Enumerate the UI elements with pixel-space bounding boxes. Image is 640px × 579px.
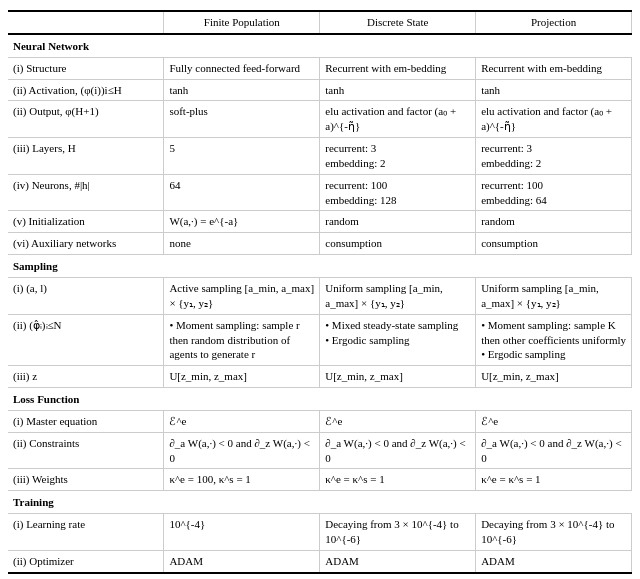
cell-discrete-state: ∂_a W(a,·) < 0 and ∂_z W(a,·) < 0 bbox=[320, 432, 476, 469]
cell-projection: recurrent: 3embedding: 2 bbox=[476, 138, 632, 175]
cell-discrete-state: Uniform sampling [a_min, a_max] × {y₁, y… bbox=[320, 277, 476, 314]
cell-finite-population: W(a,·) = e^{-a} bbox=[164, 211, 320, 233]
cell-projection: tanh bbox=[476, 79, 632, 101]
cell-finite-population: Active sampling [a_min, a_max] × {y₁, y₂… bbox=[164, 277, 320, 314]
row-label: (ii) Activation, (φ(i))i≤H bbox=[8, 79, 164, 101]
cell-discrete-state: κ^e = κ^s = 1 bbox=[320, 469, 476, 491]
row-label: (iii) Layers, H bbox=[8, 138, 164, 175]
cell-discrete-state: Decaying from 3 × 10^{-4} to 10^{-6} bbox=[320, 514, 476, 551]
cell-finite-population: tanh bbox=[164, 79, 320, 101]
row-label: (i) Learning rate bbox=[8, 514, 164, 551]
cell-projection: • Moment sampling: sample K then other c… bbox=[476, 314, 632, 366]
cell-projection: Recurrent with em-bedding bbox=[476, 57, 632, 79]
cell-projection: U[z_min, z_max] bbox=[476, 366, 632, 388]
row-label: (vi) Auxiliary networks bbox=[8, 233, 164, 255]
row-label: (i) Structure bbox=[8, 57, 164, 79]
cell-discrete-state: U[z_min, z_max] bbox=[320, 366, 476, 388]
cell-finite-population: ℰ^e bbox=[164, 410, 320, 432]
col-header-discrete-state: Discrete State bbox=[320, 11, 476, 34]
section-header-loss-function: Loss Function bbox=[8, 388, 632, 411]
cell-finite-population: • Moment sampling: sample r then random … bbox=[164, 314, 320, 366]
cell-projection: ℰ^e bbox=[476, 410, 632, 432]
row-label: (ii) Output, φ(H+1) bbox=[8, 101, 164, 138]
col-header-empty bbox=[8, 11, 164, 34]
cell-finite-population: κ^e = 100, κ^s = 1 bbox=[164, 469, 320, 491]
cell-discrete-state: recurrent: 3embedding: 2 bbox=[320, 138, 476, 175]
row-label: (ii) Optimizer bbox=[8, 550, 164, 572]
cell-projection: recurrent: 100embedding: 64 bbox=[476, 174, 632, 211]
cell-finite-population: ∂_a W(a,·) < 0 and ∂_z W(a,·) < 0 bbox=[164, 432, 320, 469]
cell-projection: ADAM bbox=[476, 550, 632, 572]
section-header-sampling: Sampling bbox=[8, 255, 632, 278]
cell-discrete-state: recurrent: 100embedding: 128 bbox=[320, 174, 476, 211]
cell-projection: ∂_a W(a,·) < 0 and ∂_z W(a,·) < 0 bbox=[476, 432, 632, 469]
col-header-finite-population: Finite Population bbox=[164, 11, 320, 34]
cell-projection: elu activation and factor (a₀ + a)^{-η̃} bbox=[476, 101, 632, 138]
cell-discrete-state: tanh bbox=[320, 79, 476, 101]
cell-discrete-state: consumption bbox=[320, 233, 476, 255]
cell-projection: Uniform sampling [a_min, a_max] × {y₁, y… bbox=[476, 277, 632, 314]
row-label: (ii) (φ̂ᵢ)ᵢ≤N bbox=[8, 314, 164, 366]
section-header-training: Training bbox=[8, 491, 632, 514]
cell-discrete-state: • Mixed steady-state sampling• Ergodic s… bbox=[320, 314, 476, 366]
row-label: (ii) Constraints bbox=[8, 432, 164, 469]
cell-projection: random bbox=[476, 211, 632, 233]
cell-finite-population: U[z_min, z_max] bbox=[164, 366, 320, 388]
cell-finite-population: 10^{-4} bbox=[164, 514, 320, 551]
cell-finite-population: 5 bbox=[164, 138, 320, 175]
cell-finite-population: Fully connected feed-forward bbox=[164, 57, 320, 79]
cell-finite-population: soft-plus bbox=[164, 101, 320, 138]
cell-discrete-state: Recurrent with em-bedding bbox=[320, 57, 476, 79]
row-label: (i) Master equation bbox=[8, 410, 164, 432]
row-label: (iii) z bbox=[8, 366, 164, 388]
section-header-neural-network: Neural Network bbox=[8, 34, 632, 57]
cell-discrete-state: ℰ^e bbox=[320, 410, 476, 432]
cell-discrete-state: random bbox=[320, 211, 476, 233]
cell-discrete-state: ADAM bbox=[320, 550, 476, 572]
cell-finite-population: none bbox=[164, 233, 320, 255]
row-label: (iii) Weights bbox=[8, 469, 164, 491]
main-table: Finite Population Discrete State Project… bbox=[8, 10, 632, 574]
cell-projection: Decaying from 3 × 10^{-4} to 10^{-6} bbox=[476, 514, 632, 551]
cell-finite-population: ADAM bbox=[164, 550, 320, 572]
cell-discrete-state: elu activation and factor (a₀ + a)^{-η̃} bbox=[320, 101, 476, 138]
cell-finite-population: 64 bbox=[164, 174, 320, 211]
row-label: (v) Initialization bbox=[8, 211, 164, 233]
col-header-projection: Projection bbox=[476, 11, 632, 34]
cell-projection: consumption bbox=[476, 233, 632, 255]
row-label: (i) (a, l) bbox=[8, 277, 164, 314]
row-label: (iv) Neurons, #|h| bbox=[8, 174, 164, 211]
cell-projection: κ^e = κ^s = 1 bbox=[476, 469, 632, 491]
